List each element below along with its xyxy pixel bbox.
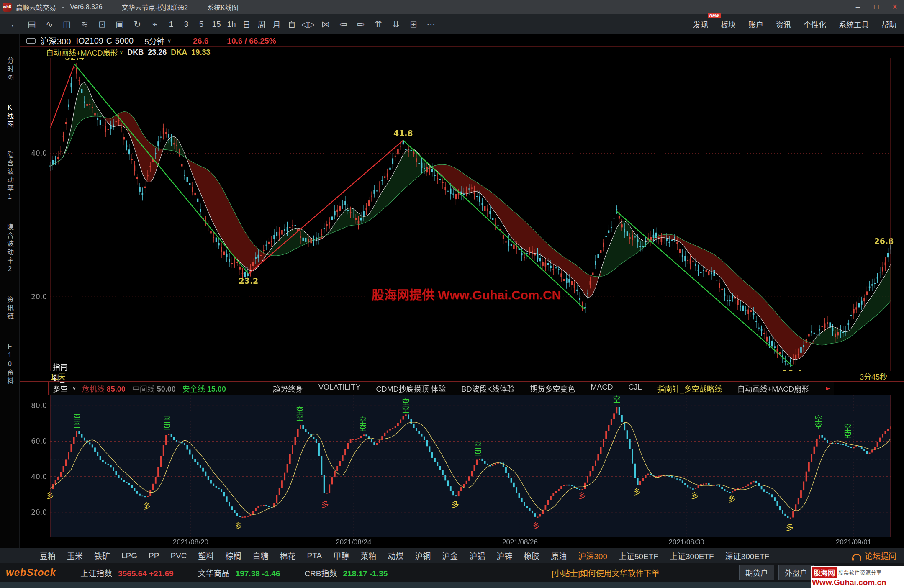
ticker-item-棉花[interactable]: 棉花	[280, 550, 296, 561]
period-button-周[interactable]: 周	[254, 17, 269, 31]
period-button-日[interactable]: 日	[239, 17, 254, 31]
tab-MACD[interactable]: MACD	[591, 383, 613, 394]
period-button-月[interactable]: 月	[270, 17, 284, 31]
layout-icon[interactable]: ⊞	[405, 17, 422, 31]
refresh-icon[interactable]: ↻	[129, 17, 146, 31]
save-icon[interactable]: ▣	[111, 17, 128, 31]
ticker-item-沪金[interactable]: 沪金	[442, 550, 458, 561]
countdown-label: 3分45秒	[860, 371, 887, 382]
maximize-button[interactable]: ☐	[867, 0, 886, 14]
contract-code[interactable]: IO2109-C-5000	[76, 36, 134, 46]
tab-趋势终身[interactable]: 趋势终身	[273, 383, 303, 394]
chevron-down-icon[interactable]: ∨	[72, 385, 76, 391]
ticker-item-沪深300[interactable]: 沪深300	[578, 550, 607, 561]
ticker-item-上证50ETF[interactable]: 上证50ETF	[619, 550, 658, 561]
sidebar-item[interactable]: K线图	[6, 104, 13, 129]
tab-CDMD抄底摸顶 体验[interactable]: CDMD抄底摸顶 体验	[376, 383, 446, 394]
period-button-1h[interactable]: 1h	[224, 17, 239, 31]
ticker-item-动煤[interactable]: 动煤	[388, 550, 403, 561]
oscillator-canvas[interactable]	[20, 395, 904, 537]
minute-line-icon[interactable]: ∿	[41, 17, 58, 31]
ticker-item-铁矿[interactable]: 铁矿	[94, 550, 110, 561]
menu-2[interactable]: 板块	[721, 19, 736, 30]
sidebar-item[interactable]: F10资料	[6, 343, 13, 386]
symbol-name[interactable]: 沪深300	[40, 35, 71, 47]
ticker-item-上证300ETF[interactable]: 上证300ETF	[670, 550, 714, 561]
ticker-item-PVC[interactable]: PVC	[170, 551, 187, 560]
ticker-item-PP[interactable]: PP	[149, 551, 159, 560]
tab-指南针_多空战略线[interactable]: 指南针_多空战略线	[657, 383, 722, 394]
ticker-item-菜粕[interactable]: 菜粕	[360, 550, 376, 561]
tab-BD波段K线体验[interactable]: BD波段K线体验	[462, 383, 515, 394]
indicator-header: 自动画线+MACD扇形 ∨ DKB 23.26 DKA 19.33	[46, 47, 210, 58]
draw-line-icon[interactable]: ⌁	[146, 17, 163, 31]
ticker-item-PTA[interactable]: PTA	[307, 551, 322, 560]
sidebar-item[interactable]: 隐含波动率2	[6, 223, 13, 274]
chevron-down-icon[interactable]: ∨	[167, 38, 172, 44]
menu-3[interactable]: 账户	[748, 19, 763, 30]
indicator-param: 安全线 15.00	[182, 383, 226, 394]
period-button-1[interactable]: 1	[164, 17, 178, 31]
menu-1[interactable]: 发现NEW	[693, 19, 708, 30]
zoom-in-icon[interactable]: ⇈	[370, 17, 387, 31]
compress-icon[interactable]: ◁▷	[300, 17, 316, 31]
tab-CJL[interactable]: CJL	[629, 383, 642, 394]
bottom-strip	[0, 582, 904, 588]
chart-window-icon[interactable]: ⊡	[94, 17, 110, 31]
tip-link[interactable]: [小贴士]如何使用文华软件下单	[552, 567, 660, 578]
tab-期货多空变色[interactable]: 期货多空变色	[530, 383, 575, 394]
menu-5[interactable]: 个性化	[804, 19, 826, 30]
back-icon[interactable]: ←	[6, 17, 23, 31]
button-外盘户[interactable]: 外盘户	[778, 565, 814, 580]
pan-right-icon[interactable]: ⇨	[352, 17, 369, 31]
dkb-label: DKB	[127, 48, 144, 57]
quote-board-icon[interactable]: ▤	[23, 17, 40, 31]
period-button-3[interactable]: 3	[179, 17, 193, 31]
toolbar: ←▤∿◫≋⊡▣↻⌁135151h日周月自◁▷⋈⇦⇨⇈⇊⊞⋯发现NEW板块账户资讯…	[0, 14, 904, 34]
menu-6[interactable]: 系统工具	[839, 19, 869, 30]
ticker-item-甲醇[interactable]: 甲醇	[333, 550, 349, 561]
indicator-name[interactable]: 自动画线+MACD扇形	[46, 47, 118, 58]
kline-icon[interactable]: ◫	[59, 17, 75, 31]
ticker-item-沪锌[interactable]: 沪锌	[496, 550, 512, 561]
menu-4[interactable]: 资讯	[776, 19, 791, 30]
minimize-button[interactable]: ─	[849, 0, 867, 14]
ticker-item-深证300ETF[interactable]: 深证300ETF	[725, 550, 770, 561]
close-button[interactable]: ✕	[886, 0, 904, 14]
period-select[interactable]: 5分钟	[144, 35, 165, 46]
overlap-icon[interactable]: ⋈	[317, 17, 334, 31]
toolbar-menus: 发现NEW板块账户资讯个性化系统工具帮助	[681, 19, 904, 30]
dka-label: DKA	[171, 48, 187, 57]
menu-7[interactable]: 帮助	[881, 19, 896, 30]
ticker-item-沪铝[interactable]: 沪铝	[469, 550, 485, 561]
ticker-item-玉米[interactable]: 玉米	[67, 550, 83, 561]
period-button-15[interactable]: 15	[209, 17, 223, 31]
more-icon[interactable]: ⋯	[423, 17, 439, 31]
sidebar-item[interactable]: 分时图	[6, 57, 13, 82]
chevron-down-icon[interactable]: ∨	[120, 49, 123, 55]
tab-自动画线+MACD扇形[interactable]: 自动画线+MACD扇形	[737, 383, 809, 394]
ticker-item-LPG[interactable]: LPG	[121, 551, 137, 560]
zoom-out-icon[interactable]: ⇊	[388, 17, 404, 31]
button-期货户[interactable]: 期货户	[739, 565, 774, 580]
price-change: 10.6 / 66.25%	[227, 36, 276, 46]
tabbar-arrow-icon[interactable]: ►	[824, 385, 831, 392]
index-quote: CRB指数218.17 -1.35	[304, 567, 388, 578]
sidebar-item[interactable]: 资讯链	[6, 296, 13, 321]
ticker-item-棕榈[interactable]: 棕榈	[226, 550, 241, 561]
ticker-item-原油[interactable]: 原油	[551, 550, 567, 561]
ticker-item-白糖[interactable]: 白糖	[253, 550, 269, 561]
period-button-自[interactable]: 自	[285, 17, 299, 31]
ticker-item-豆粕[interactable]: 豆粕	[40, 550, 56, 561]
ticker-item-塑料[interactable]: 塑料	[198, 550, 214, 561]
ticker-item-沪铜[interactable]: 沪铜	[415, 550, 431, 561]
forum-link[interactable]: 论坛提问	[852, 550, 896, 561]
indicator-icon[interactable]: ≋	[76, 17, 93, 31]
pan-left-icon[interactable]: ⇦	[335, 17, 352, 31]
link-icon[interactable]	[26, 38, 36, 44]
main-kline-canvas[interactable]	[20, 58, 904, 371]
ticker-item-橡胶[interactable]: 橡胶	[524, 550, 539, 561]
tab-VOLATILITY[interactable]: VOLATILITY	[318, 383, 361, 394]
period-button-5[interactable]: 5	[194, 17, 208, 31]
sidebar-item[interactable]: 隐含波动率1	[6, 151, 13, 202]
